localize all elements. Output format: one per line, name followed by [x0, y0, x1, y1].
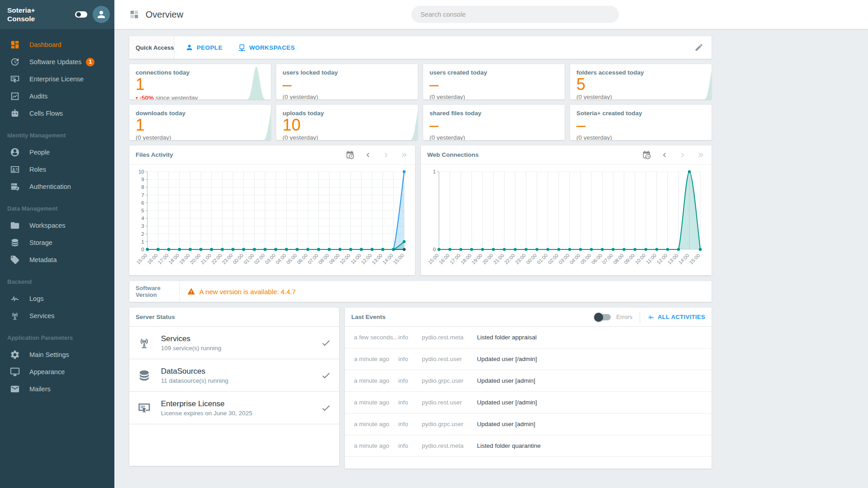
sidebar-item-metadata[interactable]: Metadata: [0, 251, 114, 268]
stat-value: –: [283, 76, 411, 93]
sidebar-item-appearance[interactable]: Appearance: [0, 363, 114, 380]
chevron-left-icon[interactable]: [660, 150, 669, 160]
stat-card-users-created-today: users created today–(0 yesterday): [423, 64, 565, 99]
license-icon: [137, 401, 151, 415]
sidebar-item-label: Appearance: [29, 368, 65, 375]
license-icon: [10, 74, 20, 84]
errors-toggle-label: Errors: [616, 314, 632, 320]
sidebar-item-cells-flows[interactable]: Cells Flows: [0, 105, 114, 122]
chevron-left-icon[interactable]: [363, 150, 373, 160]
server-status-row-datasources: DataSources11 datasource(s) running: [129, 359, 339, 392]
files-activity-card: Files Activity 01234567891015:0016:0017:…: [129, 145, 415, 275]
stat-card-folders-accessed-today: folders accessed today5(0 yesterday): [570, 64, 712, 99]
sidebar-item-storage[interactable]: Storage: [0, 234, 114, 251]
svg-text:17:00: 17:00: [157, 253, 170, 265]
event-logger: pydio.rest.user: [422, 356, 477, 362]
pulse-icon: [10, 294, 20, 304]
sidebar-item-enterprise-license[interactable]: Enterprise License: [0, 70, 114, 88]
sidebar-item-people[interactable]: People: [0, 144, 114, 161]
calendar-clock-icon[interactable]: [345, 150, 354, 160]
quick-access-people-button[interactable]: PEOPLE: [185, 43, 222, 52]
server-status-row-subtitle: 11 datasource(s) running: [161, 377, 228, 384]
event-level: info: [398, 399, 422, 406]
sidebar-item-main-settings[interactable]: Main Settings: [0, 346, 114, 363]
event-row[interactable]: a minute agoinfopydio.rest.metaListed fo…: [345, 435, 712, 457]
sidebar-item-workspaces[interactable]: Workspaces: [0, 217, 114, 234]
errors-toggle[interactable]: [595, 314, 611, 320]
last-events-header: Last Events Errors ALL ACTIVITIES: [345, 308, 712, 327]
stat-sparkline: [696, 65, 712, 99]
svg-text:23:00: 23:00: [514, 253, 527, 265]
app-title-line1: Soteria+: [7, 6, 75, 14]
svg-text:14:00: 14:00: [382, 253, 394, 265]
monitor-icon: [10, 367, 20, 377]
last-events-title: Last Events: [351, 314, 386, 320]
event-row[interactable]: a minute agoinfopydio.grpc.userUpdated u…: [345, 413, 712, 435]
last-events-card: Last Events Errors ALL ACTIVITIES a few …: [345, 308, 712, 469]
stat-subtitle: (0 yesterday): [283, 94, 411, 99]
trend-suffix: since yesterday: [156, 94, 198, 99]
event-level: info: [398, 421, 422, 427]
chevron-double-right-icon: [400, 150, 409, 160]
event-row[interactable]: a minute agoinfopydio.grpc.userUpdated u…: [345, 370, 712, 392]
header-toggle[interactable]: [75, 11, 87, 18]
sidebar-item-mailers[interactable]: Mailers: [0, 380, 114, 398]
email-icon: [10, 384, 20, 394]
svg-text:1: 1: [142, 239, 144, 244]
svg-text:15:00: 15:00: [392, 253, 405, 265]
calendar-clock-icon[interactable]: [642, 150, 651, 160]
svg-text:03:00: 03:00: [557, 253, 570, 265]
app-title-line2: Console: [7, 14, 75, 23]
activities-icon: [647, 314, 655, 321]
sidebar-menu: DashboardSoftware Updates1Enterprise Lic…: [0, 29, 114, 398]
avatar[interactable]: [93, 6, 110, 23]
quick-access-workspaces-button[interactable]: WORKSPACES: [238, 43, 295, 52]
software-version-label: Software Version: [129, 281, 180, 302]
stat-subtitle: (0 yesterday): [283, 134, 411, 140]
svg-text:19:00: 19:00: [471, 253, 483, 265]
sidebar-item-authentication[interactable]: Authentication: [0, 178, 114, 195]
svg-text:15:00: 15:00: [427, 253, 439, 265]
stat-card-connections-today: connections today1▾ -50% since yesterday: [129, 64, 271, 99]
sidebar-section-identity-management: Identity Management: [0, 127, 114, 144]
svg-text:08:00: 08:00: [317, 253, 330, 265]
event-message: Updated user [/admin]: [477, 399, 537, 406]
sidebar-item-roles[interactable]: Roles: [0, 161, 114, 178]
search-input[interactable]: Search console: [411, 6, 619, 23]
stat-sparkline: [402, 105, 418, 140]
web-connections-chart: 0115:0016:0017:0018:0019:0020:0021:0022:…: [421, 164, 712, 277]
sidebar-item-logs[interactable]: Logs: [0, 290, 114, 307]
server-status-text: Enterprise LicenseLicense expires on Jun…: [161, 399, 252, 417]
sidebar-item-label: Storage: [29, 239, 52, 246]
svg-text:12:00: 12:00: [656, 253, 668, 265]
sidebar-item-software-updates[interactable]: Software Updates1: [0, 53, 114, 70]
event-logger: pydio.rest.meta: [422, 442, 477, 449]
software-version-message[interactable]: A new version is available: 4.4.7: [180, 287, 296, 296]
event-message: Updated user [/admin]: [477, 356, 537, 362]
event-row[interactable]: a few seconds...infopydio.rest.metaListe…: [345, 327, 712, 348]
event-level: info: [398, 334, 422, 341]
server-status-row-title: Enterprise License: [161, 399, 252, 408]
auth-server-icon: [10, 182, 20, 192]
sidebar-item-services[interactable]: Services: [0, 307, 114, 324]
edit-dashboard-button[interactable]: [694, 43, 703, 52]
stat-card-downloads-today: downloads today1(0 yesterday): [129, 105, 271, 140]
event-time: a minute ago: [345, 356, 398, 362]
event-row[interactable]: a minute agoinfopydio.rest.userUpdated u…: [345, 392, 712, 413]
event-logger: pydio.rest.meta: [422, 334, 477, 341]
event-message: Updated user [admin]: [477, 377, 535, 384]
sidebar-item-dashboard[interactable]: Dashboard: [0, 36, 114, 53]
stat-title: users locked today: [283, 69, 411, 76]
warning-icon: [187, 287, 195, 296]
svg-text:3: 3: [142, 223, 144, 229]
event-row[interactable]: a minute agoinfopydio.rest.userUpdated u…: [345, 348, 712, 370]
trend-percent: -50%: [140, 94, 154, 99]
event-time: a minute ago: [345, 442, 398, 449]
all-activities-link[interactable]: ALL ACTIVITIES: [658, 314, 705, 320]
stat-card-soteria-created-today: Soteria+ created today–(0 yesterday): [570, 105, 712, 140]
event-logger: pydio.grpc.user: [422, 377, 477, 384]
svg-text:20:00: 20:00: [481, 253, 494, 265]
svg-text:19:00: 19:00: [178, 253, 191, 265]
svg-text:09:00: 09:00: [623, 253, 636, 265]
sidebar-item-audits[interactable]: Audits: [0, 88, 114, 105]
